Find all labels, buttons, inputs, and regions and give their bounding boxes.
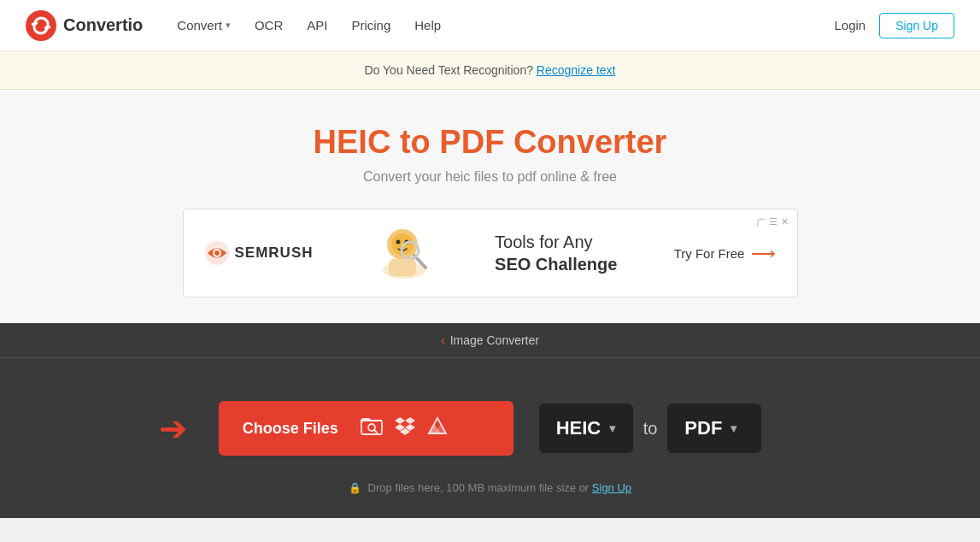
format-to-label: to [643, 419, 658, 439]
semrush-icon [204, 240, 230, 266]
lock-icon: 🔒 [349, 482, 361, 494]
nav-pricing[interactable]: Pricing [351, 18, 390, 32]
format-selector: HEIC ▾ to PDF ▾ [539, 404, 762, 453]
ad-arrow-icon: ⟶ [751, 243, 776, 263]
page-title: HEIC to PDF Converter [17, 124, 963, 161]
nav-help[interactable]: Help [414, 18, 441, 32]
ad-banner: 广 ☰ ✕ SEMRUSH [183, 209, 798, 298]
arrow-indicator-icon: ➔ [159, 409, 188, 448]
header: Convertio Convert ▾ OCR API Pricing Help… [0, 0, 980, 51]
ad-mascot [370, 223, 438, 283]
breadcrumb-chevron-icon: ‹ [441, 333, 445, 347]
semrush-brand: SEMRUSH [235, 244, 314, 262]
nav-ocr[interactable]: OCR [255, 18, 283, 32]
svg-point-3 [214, 250, 220, 256]
semrush-logo: SEMRUSH [204, 240, 314, 266]
dropbox-icon [395, 416, 415, 440]
svg-rect-11 [389, 259, 416, 276]
converter-breadcrumb: ‹ Image Converter [0, 323, 980, 358]
nav-api[interactable]: API [307, 18, 327, 32]
to-format-button[interactable]: PDF ▾ [667, 404, 761, 453]
ad-headline: Tools for Any SEO Challenge [495, 231, 617, 275]
google-drive-icon [427, 416, 448, 440]
chevron-down-icon: ▾ [226, 20, 231, 31]
from-format-chevron-icon: ▾ [609, 421, 615, 435]
converter-body: ➔ Choose Files [0, 358, 980, 481]
ad-left: SEMRUSH [204, 240, 314, 266]
page-subtitle: Convert your heic files to pdf online & … [17, 169, 963, 185]
ad-icon-1: 广 [756, 216, 766, 229]
svg-rect-12 [361, 421, 382, 434]
to-format-label: PDF [684, 417, 722, 439]
drop-area: 🔒 Drop files here, 100 MB maximum file s… [0, 481, 980, 518]
choose-files-button[interactable]: Choose Files [219, 401, 513, 456]
converter-section: ‹ Image Converter ➔ Choose Files [0, 323, 980, 518]
main-content: HEIC to PDF Converter Convert your heic … [0, 90, 980, 323]
bottom-area [0, 518, 980, 542]
breadcrumb-label: Image Converter [450, 333, 539, 347]
main-nav: Convert ▾ OCR API Pricing Help [177, 18, 834, 32]
banner-text: Do You Need Text Recognition? [365, 63, 533, 77]
svg-point-7 [396, 240, 400, 244]
nav-convert[interactable]: Convert ▾ [177, 18, 231, 32]
svg-line-14 [374, 430, 377, 433]
login-button[interactable]: Login [834, 18, 866, 32]
ad-corner-icons: 广 ☰ ✕ [756, 216, 789, 229]
from-format-button[interactable]: HEIC ▾ [539, 404, 633, 453]
drop-text: 🔒 Drop files here, 100 MB maximum file s… [0, 481, 980, 494]
logo-link[interactable]: Convertio [26, 10, 143, 41]
ad-icon-2: ☰ [769, 216, 778, 229]
from-format-label: HEIC [556, 417, 601, 439]
drop-signup-link[interactable]: Sign Up [592, 481, 631, 494]
logo-text: Convertio [63, 15, 143, 35]
svg-point-0 [26, 10, 56, 41]
upload-icons [361, 416, 448, 440]
ad-close-icon[interactable]: ✕ [781, 216, 789, 229]
mascot-illustration [370, 223, 438, 283]
ad-cta[interactable]: Try For Free ⟶ [674, 243, 777, 263]
logo-icon [26, 10, 56, 41]
folder-search-icon [361, 416, 383, 440]
recognize-text-link[interactable]: Recognize text [537, 63, 616, 77]
signup-button[interactable]: Sign Up [879, 13, 954, 38]
ocr-banner: Do You Need Text Recognition? Recognize … [0, 51, 980, 90]
header-right: Login Sign Up [834, 13, 954, 38]
to-format-chevron-icon: ▾ [731, 421, 736, 435]
choose-files-wrapper: ➔ Choose Files [219, 401, 513, 456]
